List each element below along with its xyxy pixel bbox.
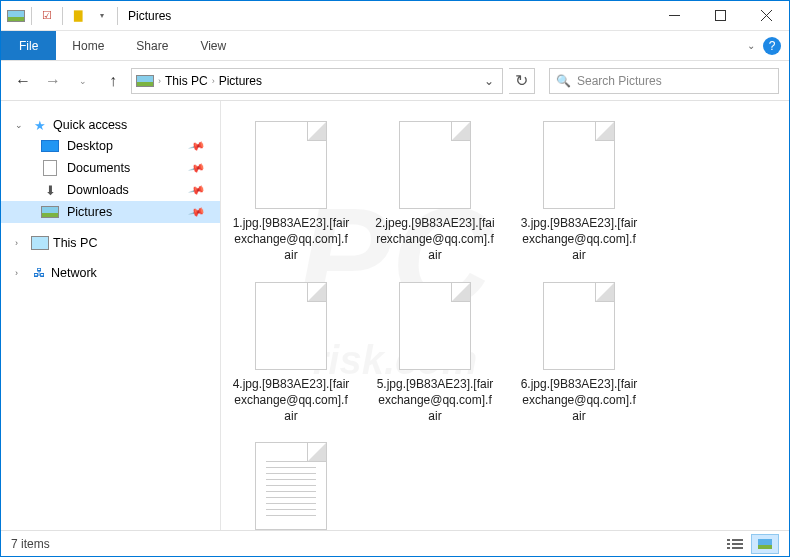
star-icon: ★ bbox=[31, 118, 49, 132]
file-name-label: 3.jpg.[9B83AE23].[fairexchange@qq.com].f… bbox=[519, 215, 639, 264]
blank-file-icon bbox=[399, 121, 471, 209]
file-tab[interactable]: File bbox=[1, 31, 56, 60]
file-name-label: 4.jpg.[9B83AE23].[fairexchange@qq.com].f… bbox=[231, 376, 351, 425]
pc-icon bbox=[31, 236, 49, 250]
window-title: Pictures bbox=[124, 9, 171, 23]
breadcrumb-this-pc[interactable]: This PC bbox=[165, 74, 208, 88]
titlebar: ☑ ▇ ▾ Pictures bbox=[1, 1, 789, 31]
sidebar-item-downloads[interactable]: ⬇ Downloads 📌 bbox=[1, 179, 220, 201]
file-item[interactable]: 6.jpg.[9B83AE23].[fairexchange@qq.com].f… bbox=[519, 282, 639, 425]
sidebar-item-label: Desktop bbox=[67, 139, 113, 153]
blank-file-icon bbox=[399, 282, 471, 370]
file-name-label: 2.jpeg.[9B83AE23].[fairexchange@qq.com].… bbox=[375, 215, 495, 264]
sidebar-item-label: Documents bbox=[67, 161, 130, 175]
sidebar-item-label: Downloads bbox=[67, 183, 129, 197]
pin-icon: 📌 bbox=[188, 203, 207, 221]
network-icon: 🖧 bbox=[31, 266, 47, 280]
file-name-label: 6.jpg.[9B83AE23].[fairexchange@qq.com].f… bbox=[519, 376, 639, 425]
qat-folder-icon[interactable]: ▇ bbox=[67, 5, 89, 27]
svg-rect-8 bbox=[727, 547, 730, 549]
search-placeholder: Search Pictures bbox=[577, 74, 662, 88]
tab-share[interactable]: Share bbox=[120, 31, 184, 60]
sidebar: ⌄ ★ Quick access Desktop 📌 Documents 📌 ⬇… bbox=[1, 101, 221, 530]
svg-rect-5 bbox=[732, 539, 743, 541]
desktop-icon bbox=[41, 139, 59, 153]
maximize-button[interactable] bbox=[697, 1, 743, 31]
file-item[interactable]: 1.jpg.[9B83AE23].[fairexchange@qq.com].f… bbox=[231, 121, 351, 264]
close-button[interactable] bbox=[743, 1, 789, 31]
pin-icon: 📌 bbox=[188, 159, 207, 177]
file-item[interactable]: 4.jpg.[9B83AE23].[fairexchange@qq.com].f… bbox=[231, 282, 351, 425]
chevron-right-icon[interactable]: › bbox=[158, 76, 161, 86]
address-dropdown-icon[interactable]: ⌄ bbox=[480, 74, 498, 88]
view-icons-button[interactable] bbox=[751, 534, 779, 554]
pictures-icon bbox=[41, 205, 59, 219]
status-items-count: 7 items bbox=[11, 537, 50, 551]
tab-home[interactable]: Home bbox=[56, 31, 120, 60]
file-item[interactable]: 3.jpg.[9B83AE23].[fairexchange@qq.com].f… bbox=[519, 121, 639, 264]
sidebar-network[interactable]: › 🖧 Network bbox=[1, 263, 220, 283]
ribbon-expand-icon[interactable]: ⌄ bbox=[747, 40, 755, 51]
address-bar[interactable]: › This PC › Pictures ⌄ bbox=[131, 68, 503, 94]
recent-dropdown-icon[interactable]: ⌄ bbox=[71, 69, 95, 93]
blank-file-icon bbox=[255, 282, 327, 370]
sidebar-item-label: Pictures bbox=[67, 205, 112, 219]
breadcrumb-pictures[interactable]: Pictures bbox=[219, 74, 262, 88]
sidebar-item-desktop[interactable]: Desktop 📌 bbox=[1, 135, 220, 157]
address-folder-icon bbox=[136, 75, 154, 87]
text-file-icon bbox=[255, 442, 327, 530]
svg-rect-11 bbox=[758, 545, 772, 549]
svg-rect-9 bbox=[732, 547, 743, 549]
sidebar-quick-access[interactable]: ⌄ ★ Quick access bbox=[1, 115, 220, 135]
blank-file-icon bbox=[255, 121, 327, 209]
svg-rect-7 bbox=[732, 543, 743, 545]
sidebar-item-label: Quick access bbox=[53, 118, 127, 132]
refresh-button[interactable]: ↻ bbox=[509, 68, 535, 94]
sidebar-item-pictures[interactable]: Pictures 📌 bbox=[1, 201, 220, 223]
minimize-button[interactable] bbox=[651, 1, 697, 31]
blank-file-icon bbox=[543, 282, 615, 370]
sidebar-item-documents[interactable]: Documents 📌 bbox=[1, 157, 220, 179]
help-icon[interactable]: ? bbox=[763, 37, 781, 55]
file-item[interactable]: 5.jpg.[9B83AE23].[fairexchange@qq.com].f… bbox=[375, 282, 495, 425]
chevron-down-icon[interactable]: ⌄ bbox=[15, 120, 27, 130]
pin-icon: 📌 bbox=[188, 181, 207, 199]
blank-file-icon bbox=[543, 121, 615, 209]
view-details-button[interactable] bbox=[721, 534, 749, 554]
sidebar-this-pc[interactable]: › This PC bbox=[1, 233, 220, 253]
sidebar-item-label: Network bbox=[51, 266, 97, 280]
chevron-right-icon[interactable]: › bbox=[15, 268, 27, 278]
search-icon: 🔍 bbox=[556, 74, 571, 88]
svg-rect-4 bbox=[727, 539, 730, 541]
file-name-label: 5.jpg.[9B83AE23].[fairexchange@qq.com].f… bbox=[375, 376, 495, 425]
svg-rect-6 bbox=[727, 543, 730, 545]
back-button[interactable]: ← bbox=[11, 69, 35, 93]
status-bar: 7 items bbox=[1, 530, 789, 556]
qat-dropdown-icon[interactable]: ▾ bbox=[91, 5, 113, 27]
sidebar-item-label: This PC bbox=[53, 236, 97, 250]
pin-icon: 📌 bbox=[188, 137, 207, 155]
document-icon bbox=[41, 161, 59, 175]
ribbon: File Home Share View ⌄ ? bbox=[1, 31, 789, 61]
chevron-right-icon[interactable]: › bbox=[15, 238, 27, 248]
forward-button[interactable]: → bbox=[41, 69, 65, 93]
app-icon bbox=[5, 5, 27, 27]
search-input[interactable]: 🔍 Search Pictures bbox=[549, 68, 779, 94]
file-name-label: 1.jpg.[9B83AE23].[fairexchange@qq.com].f… bbox=[231, 215, 351, 264]
download-icon: ⬇ bbox=[41, 183, 59, 197]
chevron-right-icon[interactable]: › bbox=[212, 76, 215, 86]
file-item[interactable]: 2.jpeg.[9B83AE23].[fairexchange@qq.com].… bbox=[375, 121, 495, 264]
files-pane[interactable]: 1.jpg.[9B83AE23].[fairexchange@qq.com].f… bbox=[221, 101, 789, 530]
up-button[interactable]: ↑ bbox=[101, 69, 125, 93]
navbar: ← → ⌄ ↑ › This PC › Pictures ⌄ ↻ 🔍 Searc… bbox=[1, 61, 789, 101]
qat-properties-icon[interactable]: ☑ bbox=[36, 5, 58, 27]
svg-rect-1 bbox=[715, 11, 725, 21]
tab-view[interactable]: View bbox=[184, 31, 242, 60]
